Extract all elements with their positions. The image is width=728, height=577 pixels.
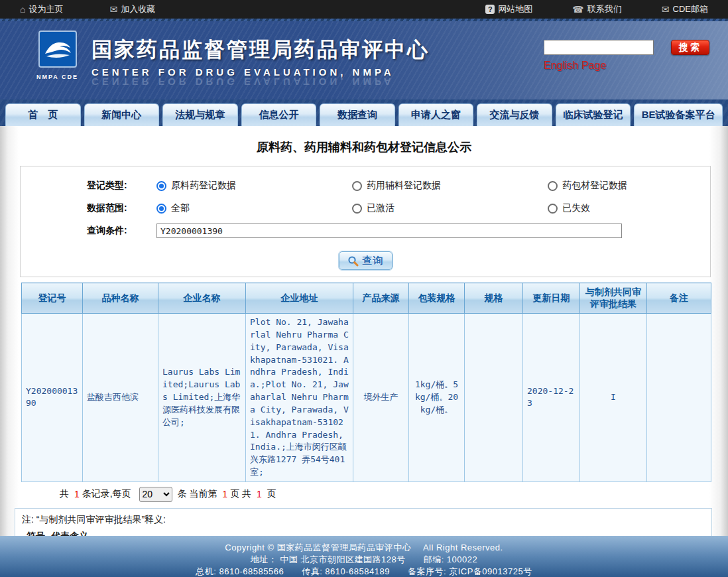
site-search-button[interactable]: 搜索 bbox=[671, 40, 709, 55]
col-update-date: 更新日期 bbox=[523, 283, 580, 314]
cde-mail-label: CDE邮箱 bbox=[673, 3, 708, 15]
site-footer: Copyright © 国家药品监督管理局药品审评中心 All Right Re… bbox=[0, 536, 728, 577]
footer-contacts: 总机: 8610-68585566 传真: 8610-68584189 备案序号… bbox=[0, 566, 728, 577]
pager-text: 条 当前第 bbox=[178, 488, 220, 500]
cell-registration-no: Y20200001390 bbox=[22, 314, 83, 482]
col-product-name: 品种名称 bbox=[83, 283, 158, 314]
radio-unchecked-icon[interactable] bbox=[548, 204, 558, 214]
notes-title: 注: “与制剂共同审评审批结果”释义: bbox=[21, 513, 706, 529]
col-remarks: 备注 bbox=[647, 283, 711, 314]
radio-unchecked-icon[interactable] bbox=[352, 181, 362, 191]
topbar-right-links: ? 网站地图 ☎ 联系我们 ✉ CDE邮箱 bbox=[446, 3, 708, 15]
set-homepage-label: 设为主页 bbox=[29, 3, 63, 15]
query-condition-label: 查询条件: bbox=[87, 225, 156, 237]
pager-text: 共 bbox=[60, 488, 72, 500]
col-company-address: 企业地址 bbox=[246, 283, 353, 314]
site-header: NMPA CDE 国家药品监督管理局药品审评中心 CENTER FOR DRUG… bbox=[0, 21, 728, 99]
cell-company-name: Laurus Labs Limited;Laurus Labs Limited;… bbox=[158, 314, 246, 482]
notes-box: 注: “与制剂共同审评审批结果”释义: 符号 代表含义 A 已批准在上市制剂使用… bbox=[15, 508, 712, 536]
topbar-left-links: ⌂ 设为主页 ✉ 加入收藏 bbox=[20, 3, 202, 15]
radio-api-registration[interactable]: 原料药登记数据 bbox=[156, 180, 352, 192]
notes-header-row: 符号 代表含义 bbox=[21, 529, 706, 536]
cde-mail-link[interactable]: ✉ CDE邮箱 bbox=[662, 3, 708, 15]
logo-bird-icon bbox=[38, 31, 78, 69]
radio-unchecked-icon[interactable] bbox=[352, 204, 362, 214]
pager-total-pages: 1 bbox=[257, 489, 262, 499]
cell-company-address: Plot No. 21, Jawaharlal Nehru Pharma Cit… bbox=[246, 314, 353, 482]
tab-be-trial-platform[interactable]: BE试验备案平台 bbox=[634, 103, 723, 126]
col-spec: 规格 bbox=[465, 283, 523, 314]
header-search-area: 搜索 English Page bbox=[544, 40, 709, 72]
registration-type-label: 登记类型: bbox=[87, 180, 156, 192]
set-homepage-link[interactable]: ⌂ 设为主页 bbox=[20, 3, 63, 15]
site-search-input[interactable] bbox=[544, 40, 654, 55]
sitemap-label: 网站地图 bbox=[498, 3, 532, 15]
radio-packaging-registration[interactable]: 药包材登记数据 bbox=[548, 180, 707, 192]
data-scope-row: 数据范围: 全部 已激活 已失效 bbox=[21, 197, 710, 220]
tab-data-query[interactable]: 数据查询 bbox=[320, 103, 395, 126]
radio-unchecked-icon[interactable] bbox=[548, 181, 558, 191]
query-form: 登记类型: 原料药登记数据 药用辅料登记数据 药包材登记数据 数据范围: bbox=[20, 166, 711, 277]
cell-packaging-spec: 1kg/桶。5kg/桶。20kg/桶。 bbox=[409, 314, 465, 482]
tab-info-disclosure[interactable]: 信息公开 bbox=[241, 103, 317, 126]
radio-scope-expired[interactable]: 已失效 bbox=[548, 202, 707, 214]
cell-remarks bbox=[647, 314, 711, 482]
pagination-bar: 共 1 条记录,每页 20 条 当前第 1 页 共 1 页 bbox=[0, 482, 728, 505]
notes-meaning-header: 代表含义 bbox=[51, 531, 88, 536]
add-favorite-link[interactable]: ✉ 加入收藏 bbox=[109, 3, 155, 15]
tab-regulations[interactable]: 法规与规章 bbox=[162, 103, 238, 126]
logo-caption: NMPA CDE bbox=[36, 74, 78, 80]
tab-home[interactable]: 首 页 bbox=[5, 103, 81, 126]
query-condition-input[interactable] bbox=[156, 224, 622, 238]
radio-checked-icon[interactable] bbox=[156, 181, 166, 191]
site-title-block: 国家药品监督管理局药品审评中心 CENTER FOR DRUG EVALUATI… bbox=[91, 31, 430, 88]
tab-communication-feedback[interactable]: 交流与反馈 bbox=[477, 103, 552, 126]
radio-scope-all[interactable]: 全部 bbox=[156, 202, 352, 214]
magnifier-icon bbox=[347, 255, 359, 267]
help-icon: ? bbox=[485, 5, 495, 14]
contact-us-link[interactable]: ☎ 联系我们 bbox=[572, 3, 621, 15]
pager-text: 页 共 bbox=[230, 488, 254, 500]
table-row: Y20200001390 盐酸吉西他滨 Laurus Labs Limited;… bbox=[22, 314, 711, 482]
footer-address: 地址： 中国 北京市朝阳区建国路128号 邮编: 100022 bbox=[0, 554, 728, 566]
nmpa-cde-logo[interactable]: NMPA CDE bbox=[36, 31, 78, 80]
site-title-cn: 国家药品监督管理局药品审评中心 bbox=[91, 36, 430, 64]
cell-update-date: 2020-12-23 bbox=[523, 314, 580, 482]
col-packaging-spec: 包装规格 bbox=[409, 283, 465, 314]
registration-results-table: 登记号 品种名称 企业名称 企业地址 产品来源 包装规格 规格 更新日期 与制剂… bbox=[21, 283, 711, 482]
site-title-reflection: CENTER FOR DRUG EVALUATION, NMPA bbox=[91, 76, 430, 88]
pager-total-count: 1 bbox=[74, 489, 80, 499]
mail-icon: ✉ bbox=[109, 5, 117, 14]
registration-type-row: 登记类型: 原料药登记数据 药用辅料登记数据 药包材登记数据 bbox=[21, 174, 710, 197]
query-condition-row: 查询条件: bbox=[21, 220, 710, 242]
contact-us-label: 联系我们 bbox=[587, 3, 622, 15]
radio-scope-activated[interactable]: 已激活 bbox=[352, 202, 548, 214]
english-page-link[interactable]: English Page bbox=[544, 60, 709, 72]
notes-symbol-header: 符号 bbox=[21, 531, 51, 536]
mail-icon: ✉ bbox=[662, 5, 670, 14]
top-utility-bar: ⌂ 设为主页 ✉ 加入收藏 ? 网站地图 ☎ 联系我们 ✉ CDE邮箱 bbox=[0, 0, 728, 19]
radio-checked-icon[interactable] bbox=[156, 204, 166, 214]
table-header-row: 登记号 品种名称 企业名称 企业地址 产品来源 包装规格 规格 更新日期 与制剂… bbox=[22, 283, 711, 314]
main-nav: 首 页 新闻中心 法规与规章 信息公开 数据查询 申请人之窗 交流与反馈 临床试… bbox=[0, 99, 728, 126]
tab-clinical-trial-registration[interactable]: 临床试验登记 bbox=[556, 103, 631, 126]
per-page-select[interactable]: 20 bbox=[139, 487, 172, 502]
page-title: 原料药、药用辅料和药包材登记信息公示 bbox=[0, 126, 728, 155]
content-area: 原料药、药用辅料和药包材登记信息公示 登记类型: 原料药登记数据 药用辅料登记数… bbox=[0, 126, 728, 536]
pager-text: 页 bbox=[265, 488, 276, 500]
tab-news-center[interactable]: 新闻中心 bbox=[84, 103, 160, 126]
radio-excipient-registration[interactable]: 药用辅料登记数据 bbox=[352, 180, 548, 192]
cell-product-source: 境外生产 bbox=[353, 314, 409, 482]
phone-icon: ☎ bbox=[572, 5, 583, 14]
cell-product-name: 盐酸吉西他滨 bbox=[83, 314, 158, 482]
pager-current-page: 1 bbox=[222, 489, 227, 499]
col-registration-no: 登记号 bbox=[22, 283, 83, 314]
col-joint-review-result: 与制剂共同审评审批结果 bbox=[580, 283, 647, 314]
cell-spec bbox=[465, 314, 523, 482]
tab-applicant-window[interactable]: 申请人之窗 bbox=[398, 103, 474, 126]
sitemap-link[interactable]: ? 网站地图 bbox=[485, 3, 532, 15]
query-submit-button[interactable]: 查询 bbox=[339, 251, 393, 270]
pager-text: 条记录,每页 bbox=[82, 488, 131, 500]
data-scope-label: 数据范围: bbox=[87, 202, 156, 214]
footer-copyright: Copyright © 国家药品监督管理局药品审评中心 All Right Re… bbox=[0, 542, 728, 554]
